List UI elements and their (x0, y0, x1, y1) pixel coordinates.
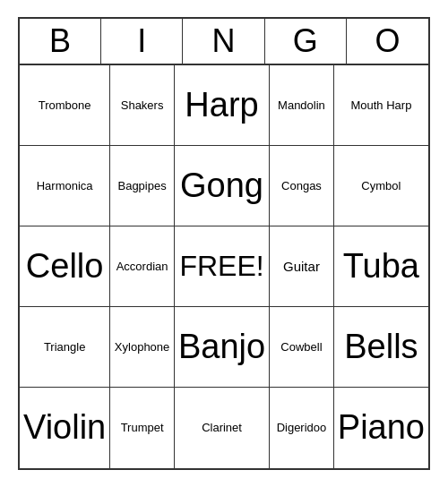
bingo-cell-13: Guitar (270, 226, 334, 307)
bingo-cell-7: Gong (175, 146, 270, 226)
bingo-cell-18: Cowbell (270, 307, 334, 388)
bingo-cell-3: Mandolin (270, 65, 334, 146)
bingo-cell-23: Digeridoo (270, 388, 334, 468)
cell-text-17: Banjo (178, 327, 265, 368)
bingo-cell-16: Xylophone (110, 307, 175, 388)
cell-text-10: Cello (26, 246, 104, 287)
bingo-cell-6: Bagpipes (110, 146, 175, 226)
cell-text-22: Clarinet (202, 421, 242, 435)
bingo-cell-8: Congas (270, 146, 334, 226)
cell-text-15: Triangle (44, 340, 85, 355)
cell-text-16: Xylophone (115, 340, 169, 355)
header-letter-n: N (183, 19, 264, 64)
cell-text-23: Digeridoo (277, 421, 327, 435)
header-letter-i: I (101, 19, 183, 64)
bingo-cell-9: Cymbol (334, 146, 428, 226)
cell-text-9: Cymbol (361, 179, 401, 193)
bingo-cell-22: Clarinet (175, 388, 270, 468)
bingo-cell-5: Harmonica (20, 146, 110, 226)
bingo-card: BINGO TromboneShakersHarpMandolinMouth H… (18, 17, 430, 470)
cell-text-19: Bells (344, 327, 418, 368)
cell-text-14: Tuba (343, 246, 419, 287)
cell-text-5: Harmonica (37, 179, 93, 193)
bingo-cell-12: FREE! (175, 226, 270, 307)
header-letter-b: B (20, 19, 101, 64)
cell-text-4: Mouth Harp (350, 98, 411, 113)
cell-text-7: Gong (180, 166, 263, 207)
bingo-grid: TromboneShakersHarpMandolinMouth HarpHar… (20, 65, 428, 468)
bingo-cell-20: Violin (20, 388, 110, 468)
bingo-cell-10: Cello (20, 226, 110, 307)
bingo-cell-21: Trumpet (110, 388, 175, 468)
bingo-cell-2: Harp (175, 65, 270, 146)
cell-text-20: Violin (23, 407, 106, 449)
cell-text-6: Bagpipes (117, 179, 166, 193)
header-letter-o: O (347, 19, 428, 64)
cell-text-18: Cowbell (280, 340, 322, 355)
cell-text-12: FREE! (179, 249, 263, 283)
bingo-cell-17: Banjo (175, 307, 270, 388)
cell-text-0: Trombone (39, 98, 91, 113)
cell-text-1: Shakers (121, 98, 164, 113)
bingo-cell-4: Mouth Harp (334, 65, 428, 146)
bingo-cell-15: Triangle (20, 307, 110, 388)
cell-text-2: Harp (185, 85, 258, 126)
bingo-cell-1: Shakers (110, 65, 175, 146)
cell-text-11: Accordian (116, 260, 168, 274)
bingo-cell-11: Accordian (110, 226, 175, 307)
bingo-cell-24: Piano (334, 388, 428, 468)
cell-text-8: Congas (281, 179, 322, 193)
cell-text-21: Trumpet (121, 421, 164, 435)
bingo-cell-14: Tuba (334, 226, 428, 307)
bingo-cell-19: Bells (334, 307, 428, 388)
bingo-header: BINGO (20, 19, 428, 65)
cell-text-3: Mandolin (278, 98, 325, 113)
bingo-cell-0: Trombone (20, 65, 110, 146)
header-letter-g: G (265, 19, 347, 64)
cell-text-13: Guitar (283, 259, 320, 275)
cell-text-24: Piano (338, 407, 425, 449)
